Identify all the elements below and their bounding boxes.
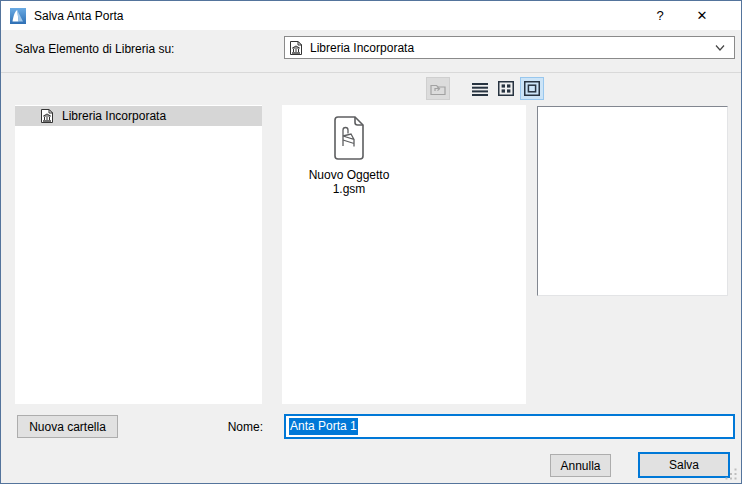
- library-destination-value: Libreria Incorporata: [310, 41, 715, 55]
- save-destination-label: Salva Elemento di Libreria su:: [15, 42, 174, 56]
- file-name-line1: Nuovo Oggetto: [309, 168, 390, 182]
- tree-item-embedded-library[interactable]: Libreria Incorporata: [15, 106, 262, 126]
- folder-up-button[interactable]: [426, 77, 450, 100]
- chevron-down-icon: [715, 44, 725, 52]
- list-view-button[interactable]: [468, 77, 492, 100]
- titlebar[interactable]: Salva Anta Porta ? ✕: [1, 1, 741, 30]
- file-item-nuovo-oggetto[interactable]: Nuovo Oggetto 1.gsm: [296, 115, 402, 196]
- list-view-icon: [472, 82, 488, 96]
- file-list-panel: Nuovo Oggetto 1.gsm: [282, 105, 526, 404]
- resize-grip[interactable]: [725, 468, 738, 481]
- name-input-selected-text: Anta Porta 1: [289, 418, 358, 435]
- folder-tree-panel: Libreria Incorporata: [15, 105, 262, 404]
- cancel-button[interactable]: Annulla: [550, 454, 611, 477]
- archicad-logo-icon: [10, 8, 26, 24]
- embedded-library-icon: [40, 108, 54, 124]
- help-button[interactable]: ?: [639, 1, 681, 30]
- name-label: Nome:: [161, 420, 263, 434]
- large-icon-view-button[interactable]: [520, 77, 544, 100]
- file-name: Nuovo Oggetto 1.gsm: [309, 168, 390, 196]
- folder-up-icon: [430, 82, 447, 96]
- new-folder-button[interactable]: Nuova cartella: [17, 415, 118, 438]
- dialog-title: Salva Anta Porta: [34, 9, 123, 23]
- save-library-part-dialog: Salva Anta Porta ? ✕ Salva Elemento di L…: [0, 0, 742, 484]
- name-input[interactable]: Anta Porta 1: [284, 414, 735, 439]
- large-icon-view-icon: [524, 81, 540, 96]
- tree-item-label: Libreria Incorporata: [62, 109, 166, 123]
- gsm-object-file-icon: [332, 115, 366, 162]
- preview-panel: [537, 106, 728, 296]
- file-name-line2: 1.gsm: [309, 182, 390, 196]
- header-divider: [1, 72, 741, 73]
- save-button[interactable]: Salva: [638, 452, 730, 478]
- small-icons-view-icon: [498, 81, 514, 96]
- small-icons-view-button[interactable]: [494, 77, 518, 100]
- close-button[interactable]: ✕: [681, 1, 723, 30]
- library-destination-select[interactable]: Libreria Incorporata: [284, 36, 735, 59]
- embedded-library-icon: [289, 40, 303, 56]
